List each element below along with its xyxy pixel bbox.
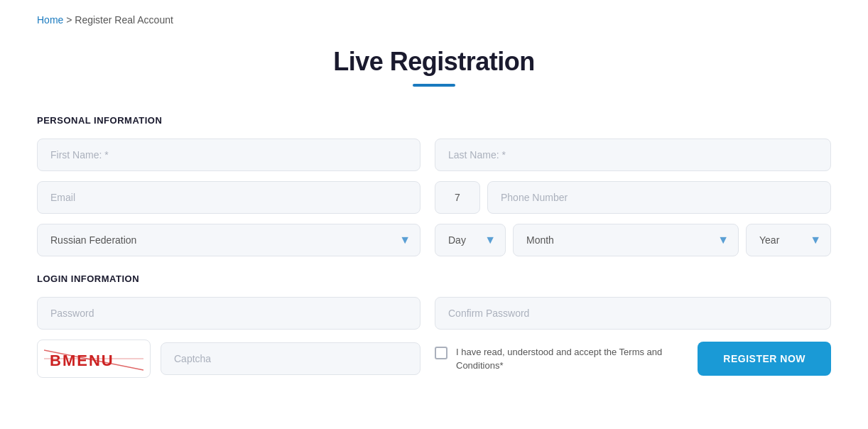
breadcrumb-home-link[interactable]: Home	[37, 14, 63, 26]
breadcrumb-separator: >	[66, 14, 75, 26]
phone-code: 7	[435, 181, 480, 214]
country-select-wrapper: Russian Federation United States United …	[37, 224, 421, 256]
terms-checkbox[interactable]	[435, 347, 447, 359]
captcha-image: BMENU	[37, 340, 151, 378]
confirm-password-input[interactable]	[435, 297, 831, 330]
captcha-input[interactable]	[161, 342, 421, 375]
terms-text: I have read, understood and accept the T…	[456, 345, 683, 373]
dob-month-select[interactable]: Month	[513, 224, 739, 256]
dob-year-wrapper: Year ▼	[746, 224, 831, 256]
terms-area: I have read, understood and accept the T…	[435, 345, 683, 373]
breadcrumb: Home > Register Real Account	[37, 14, 831, 26]
password-input[interactable]	[37, 297, 421, 330]
last-name-input[interactable]	[435, 139, 831, 171]
register-now-button[interactable]: REGISTER NOW	[698, 342, 831, 376]
country-select[interactable]: Russian Federation United States United …	[37, 224, 421, 256]
dob-year-select[interactable]: Year	[746, 224, 831, 256]
title-underline	[413, 84, 455, 87]
first-name-input[interactable]	[37, 139, 421, 171]
svg-text:BMENU: BMENU	[50, 352, 114, 369]
login-info-label: LOGIN INFORMATION	[37, 273, 831, 284]
breadcrumb-current: Register Real Account	[75, 14, 173, 26]
dob-month-wrapper: Month ▼	[513, 224, 739, 256]
page-title: Live Registration	[0, 47, 868, 77]
phone-number-input[interactable]	[487, 181, 831, 214]
email-input[interactable]	[37, 181, 421, 214]
dob-day-select[interactable]: Day	[435, 224, 506, 256]
dob-day-wrapper: Day ▼	[435, 224, 506, 256]
personal-info-label: PERSONAL INFORMATION	[37, 115, 831, 126]
